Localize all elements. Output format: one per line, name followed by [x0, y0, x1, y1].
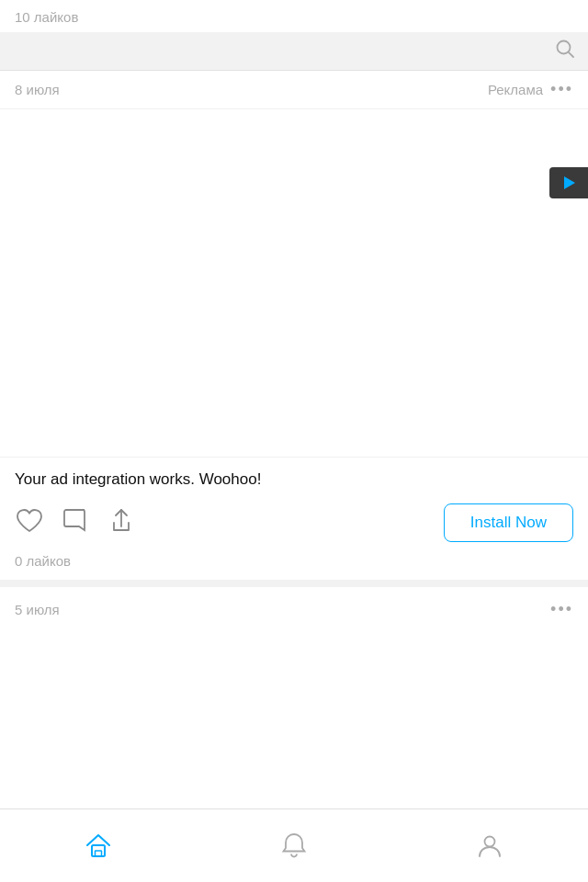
svg-line-1	[569, 51, 573, 56]
comment-button[interactable]	[61, 506, 90, 539]
ad-image-area	[0, 108, 588, 458]
install-now-button[interactable]: Install Now	[444, 503, 573, 542]
next-post-more-options[interactable]: •••	[550, 600, 573, 619]
share-button[interactable]	[107, 506, 136, 539]
more-options-button[interactable]: •••	[550, 80, 573, 99]
post-header: 8 июля Реклама •••	[0, 71, 588, 108]
section-divider	[0, 580, 588, 587]
ad-label: Реклама	[488, 82, 543, 97]
ad-text: Your ad integration works. Woohoo!	[0, 458, 588, 500]
search-icon[interactable]	[555, 39, 575, 64]
next-post-date: 5 июля	[15, 602, 60, 617]
nav-profile-button[interactable]	[392, 809, 588, 882]
svg-marker-2	[564, 176, 575, 189]
action-icons	[15, 506, 136, 539]
post-date: 8 июля	[15, 82, 60, 97]
bottom-nav	[0, 808, 588, 882]
like-button[interactable]	[15, 506, 44, 539]
search-bar[interactable]	[0, 32, 588, 71]
top-likes: 10 лайков	[0, 0, 588, 32]
nav-notifications-button[interactable]	[196, 809, 391, 882]
post-likes-count: 0 лайков	[0, 551, 588, 580]
post-header-right: Реклама •••	[488, 80, 573, 99]
post-container: 8 июля Реклама ••• Your ad integration w…	[0, 71, 588, 580]
ad-play-badge[interactable]	[549, 167, 588, 198]
next-post-header: 5 июля •••	[0, 587, 588, 632]
action-bar: Install Now	[0, 500, 588, 551]
nav-home-button[interactable]	[0, 809, 196, 882]
svg-point-6	[485, 836, 495, 846]
